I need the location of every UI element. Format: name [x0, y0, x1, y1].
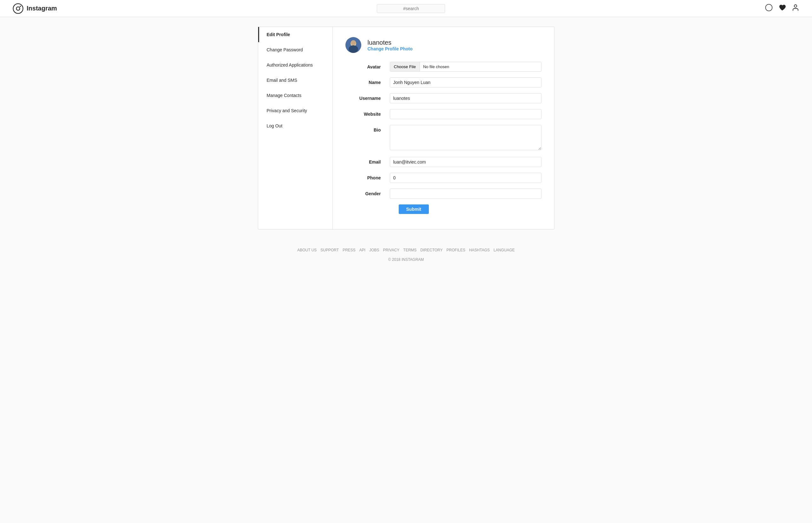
- footer-link-terms[interactable]: Terms: [403, 248, 417, 252]
- sidebar-item-log-out[interactable]: Log Out: [258, 118, 332, 133]
- compass-icon[interactable]: [765, 4, 773, 13]
- header-icons: [765, 4, 799, 13]
- bio-row: Bio: [346, 125, 542, 151]
- footer-link-api[interactable]: API: [359, 248, 366, 252]
- choose-file-button[interactable]: Choose File: [390, 62, 420, 71]
- sidebar-item-edit-profile[interactable]: Edit Profile: [258, 27, 332, 42]
- file-input-container: Choose File No file chosen: [390, 62, 542, 72]
- svg-point-10: [351, 40, 356, 45]
- bio-input[interactable]: [390, 125, 542, 150]
- name-input[interactable]: [390, 77, 542, 88]
- gender-label: Gender: [346, 188, 390, 196]
- form-area: luanotes Change Profile Photo Avatar Cho…: [333, 27, 554, 229]
- submit-row: Submit: [346, 204, 542, 214]
- heart-icon[interactable]: [778, 4, 786, 13]
- name-label: Name: [346, 77, 390, 85]
- submit-button[interactable]: Submit: [399, 204, 429, 214]
- username-row: Username: [346, 93, 542, 103]
- name-row: Name: [346, 77, 542, 88]
- main-panel: Edit Profile Change Password Authorized …: [258, 26, 554, 230]
- phone-label: Phone: [346, 173, 390, 180]
- search-input[interactable]: [377, 4, 445, 13]
- footer: About Us Support Press API Jobs Privacy …: [0, 239, 812, 271]
- footer-link-privacy[interactable]: Privacy: [383, 248, 400, 252]
- website-label: Website: [346, 109, 390, 116]
- svg-point-9: [349, 45, 358, 53]
- phone-row: Phone: [346, 173, 542, 183]
- footer-link-jobs[interactable]: Jobs: [369, 248, 379, 252]
- no-file-label: No file chosen: [420, 62, 452, 71]
- search-container: [377, 4, 445, 13]
- instagram-logo-icon: [13, 3, 23, 14]
- svg-point-1: [17, 7, 20, 10]
- footer-copyright: © 2018 INSTAGRAM: [6, 257, 806, 262]
- website-row: Website: [346, 109, 542, 119]
- header: Instagram: [0, 0, 812, 17]
- svg-point-2: [20, 6, 21, 7]
- phone-input-wrapper: [390, 173, 542, 183]
- svg-point-6: [794, 5, 797, 7]
- footer-link-hashtags[interactable]: Hashtags: [469, 248, 490, 252]
- footer-link-support[interactable]: Support: [320, 248, 339, 252]
- gender-input-wrapper: [390, 188, 542, 199]
- user-icon[interactable]: [792, 4, 799, 13]
- profile-username: luanotes: [368, 39, 413, 46]
- footer-link-directory[interactable]: Directory: [420, 248, 442, 252]
- website-input[interactable]: [390, 109, 542, 119]
- gender-row: Gender: [346, 188, 542, 199]
- email-row: Email: [346, 157, 542, 167]
- avatar-row: Avatar Choose File No file chosen: [346, 62, 542, 72]
- footer-links: About Us Support Press API Jobs Privacy …: [6, 248, 806, 252]
- profile-header: luanotes Change Profile Photo: [346, 37, 542, 53]
- sidebar-item-change-password[interactable]: Change Password: [258, 42, 332, 57]
- email-input-wrapper: [390, 157, 542, 167]
- email-label: Email: [346, 157, 390, 164]
- logo-text: Instagram: [27, 5, 57, 12]
- avatar: [346, 37, 361, 53]
- sidebar-item-manage-contacts[interactable]: Manage Contacts: [258, 88, 332, 103]
- footer-link-profiles[interactable]: Profiles: [446, 248, 465, 252]
- change-profile-photo-button[interactable]: Change Profile Photo: [368, 46, 413, 51]
- footer-link-press[interactable]: Press: [342, 248, 356, 252]
- footer-link-about[interactable]: About Us: [297, 248, 317, 252]
- email-input[interactable]: [390, 157, 542, 167]
- footer-link-language[interactable]: Language: [494, 248, 515, 252]
- svg-point-0: [13, 3, 23, 13]
- website-input-wrapper: [390, 109, 542, 119]
- bio-label: Bio: [346, 125, 390, 132]
- bio-input-wrapper: [390, 125, 542, 151]
- sidebar-item-privacy-and-security[interactable]: Privacy and Security: [258, 103, 332, 118]
- phone-input[interactable]: [390, 173, 542, 183]
- username-input-wrapper: [390, 93, 542, 103]
- logo[interactable]: Instagram: [13, 3, 57, 14]
- sidebar: Edit Profile Change Password Authorized …: [258, 27, 333, 229]
- gender-input[interactable]: [390, 188, 542, 199]
- name-input-wrapper: [390, 77, 542, 88]
- username-label: Username: [346, 93, 390, 101]
- svg-point-5: [769, 7, 770, 8]
- profile-info: luanotes Change Profile Photo: [368, 39, 413, 51]
- sidebar-item-authorized-applications[interactable]: Authorized Applications: [258, 57, 332, 73]
- sidebar-item-email-and-sms[interactable]: Email and SMS: [258, 73, 332, 88]
- avatar-input-wrapper: Choose File No file chosen: [390, 62, 542, 72]
- username-input[interactable]: [390, 93, 542, 103]
- avatar-label: Avatar: [346, 62, 390, 69]
